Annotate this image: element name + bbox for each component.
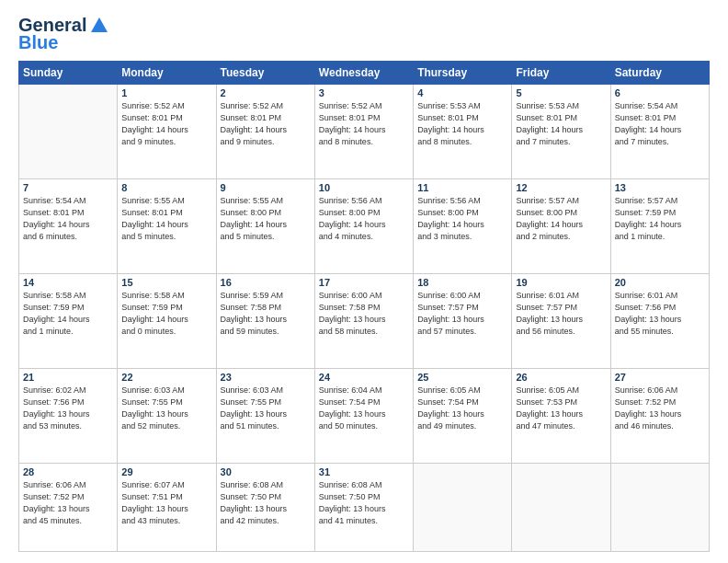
day-number: 5 [516, 87, 606, 98]
calendar-cell: 13Sunrise: 5:57 AM Sunset: 7:59 PM Dayli… [610, 179, 709, 274]
day-info: Sunrise: 5:52 AM Sunset: 8:01 PM Dayligh… [319, 100, 409, 148]
day-info: Sunrise: 6:05 AM Sunset: 7:53 PM Dayligh… [516, 385, 606, 432]
calendar-cell: 19Sunrise: 6:01 AM Sunset: 7:57 PM Dayli… [512, 274, 610, 369]
day-number: 26 [516, 372, 606, 383]
day-number: 24 [319, 372, 409, 383]
day-info: Sunrise: 5:55 AM Sunset: 8:00 PM Dayligh… [221, 195, 311, 243]
day-number: 1 [121, 87, 211, 98]
day-number: 4 [417, 87, 507, 98]
day-number: 31 [319, 466, 409, 477]
day-info: Sunrise: 6:00 AM Sunset: 7:58 PM Dayligh… [319, 290, 409, 338]
calendar-cell: 23Sunrise: 6:03 AM Sunset: 7:55 PM Dayli… [216, 369, 314, 464]
col-header-wednesday: Wednesday [314, 62, 413, 85]
page: General Blue SundayMondayTuesdayWednesda… [0, 0, 728, 563]
day-info: Sunrise: 6:02 AM Sunset: 7:56 PM Dayligh… [23, 385, 113, 432]
calendar-cell: 4Sunrise: 5:53 AM Sunset: 8:01 PM Daylig… [414, 85, 512, 179]
calendar-cell: 2Sunrise: 5:52 AM Sunset: 8:01 PM Daylig… [216, 85, 314, 179]
week-row-4: 21Sunrise: 6:02 AM Sunset: 7:56 PM Dayli… [19, 369, 710, 464]
day-number: 30 [221, 466, 311, 477]
calendar-cell: 31Sunrise: 6:08 AM Sunset: 7:50 PM Dayli… [314, 464, 413, 552]
day-number: 2 [221, 87, 311, 98]
day-info: Sunrise: 6:04 AM Sunset: 7:54 PM Dayligh… [319, 385, 409, 432]
day-number: 21 [23, 372, 113, 383]
calendar-cell: 27Sunrise: 6:06 AM Sunset: 7:52 PM Dayli… [610, 369, 709, 464]
day-number: 16 [221, 277, 311, 288]
day-info: Sunrise: 5:59 AM Sunset: 7:58 PM Dayligh… [221, 290, 311, 338]
day-info: Sunrise: 6:08 AM Sunset: 7:50 PM Dayligh… [221, 479, 311, 527]
calendar-cell: 17Sunrise: 6:00 AM Sunset: 7:58 PM Dayli… [314, 274, 413, 369]
day-info: Sunrise: 5:58 AM Sunset: 7:59 PM Dayligh… [23, 290, 113, 338]
calendar-cell [19, 85, 118, 179]
day-info: Sunrise: 5:54 AM Sunset: 8:01 PM Dayligh… [615, 100, 705, 148]
calendar-cell: 24Sunrise: 6:04 AM Sunset: 7:54 PM Dayli… [314, 369, 413, 464]
calendar-cell: 30Sunrise: 6:08 AM Sunset: 7:50 PM Dayli… [216, 464, 314, 552]
day-number: 8 [121, 182, 211, 193]
calendar-cell: 8Sunrise: 5:55 AM Sunset: 8:01 PM Daylig… [118, 179, 216, 274]
calendar-cell: 11Sunrise: 5:56 AM Sunset: 8:00 PM Dayli… [414, 179, 512, 274]
day-info: Sunrise: 5:52 AM Sunset: 8:01 PM Dayligh… [221, 100, 311, 148]
logo-blue: Blue [18, 32, 58, 53]
day-info: Sunrise: 6:03 AM Sunset: 7:55 PM Dayligh… [221, 385, 311, 432]
calendar-cell: 9Sunrise: 5:55 AM Sunset: 8:00 PM Daylig… [216, 179, 314, 274]
day-info: Sunrise: 5:58 AM Sunset: 7:59 PM Dayligh… [121, 290, 211, 338]
day-info: Sunrise: 6:05 AM Sunset: 7:54 PM Dayligh… [417, 385, 507, 432]
day-info: Sunrise: 5:54 AM Sunset: 8:01 PM Dayligh… [23, 195, 113, 243]
day-number: 11 [417, 182, 507, 193]
day-info: Sunrise: 5:55 AM Sunset: 8:01 PM Dayligh… [121, 195, 211, 243]
day-number: 12 [516, 182, 606, 193]
day-info: Sunrise: 6:00 AM Sunset: 7:57 PM Dayligh… [417, 290, 507, 338]
calendar-cell: 10Sunrise: 5:56 AM Sunset: 8:00 PM Dayli… [314, 179, 413, 274]
day-number: 3 [319, 87, 409, 98]
calendar-cell: 14Sunrise: 5:58 AM Sunset: 7:59 PM Dayli… [19, 274, 118, 369]
calendar-cell: 3Sunrise: 5:52 AM Sunset: 8:01 PM Daylig… [314, 85, 413, 179]
day-info: Sunrise: 6:06 AM Sunset: 7:52 PM Dayligh… [23, 479, 113, 527]
day-number: 18 [417, 277, 507, 288]
day-number: 14 [23, 277, 113, 288]
calendar-cell: 21Sunrise: 6:02 AM Sunset: 7:56 PM Dayli… [19, 369, 118, 464]
svg-marker-0 [91, 17, 108, 32]
calendar-cell: 18Sunrise: 6:00 AM Sunset: 7:57 PM Dayli… [414, 274, 512, 369]
calendar-cell: 6Sunrise: 5:54 AM Sunset: 8:01 PM Daylig… [610, 85, 709, 179]
header: General Blue [18, 15, 710, 53]
calendar-header-row: SundayMondayTuesdayWednesdayThursdayFrid… [19, 62, 710, 85]
day-info: Sunrise: 5:56 AM Sunset: 8:00 PM Dayligh… [319, 195, 409, 243]
calendar-cell: 20Sunrise: 6:01 AM Sunset: 7:56 PM Dayli… [610, 274, 709, 369]
week-row-1: 1Sunrise: 5:52 AM Sunset: 8:01 PM Daylig… [19, 85, 710, 179]
col-header-tuesday: Tuesday [216, 62, 314, 85]
week-row-5: 28Sunrise: 6:06 AM Sunset: 7:52 PM Dayli… [19, 464, 710, 552]
calendar-cell: 22Sunrise: 6:03 AM Sunset: 7:55 PM Dayli… [118, 369, 216, 464]
day-info: Sunrise: 6:03 AM Sunset: 7:55 PM Dayligh… [121, 385, 211, 432]
day-number: 19 [516, 277, 606, 288]
day-number: 29 [121, 466, 211, 477]
calendar-cell: 1Sunrise: 5:52 AM Sunset: 8:01 PM Daylig… [118, 85, 216, 179]
day-number: 17 [319, 277, 409, 288]
day-number: 13 [615, 182, 705, 193]
day-info: Sunrise: 5:57 AM Sunset: 8:00 PM Dayligh… [516, 195, 606, 243]
day-info: Sunrise: 6:07 AM Sunset: 7:51 PM Dayligh… [121, 479, 211, 527]
day-number: 20 [615, 277, 705, 288]
calendar-cell: 28Sunrise: 6:06 AM Sunset: 7:52 PM Dayli… [19, 464, 118, 552]
day-number: 22 [121, 372, 211, 383]
col-header-monday: Monday [118, 62, 216, 85]
day-number: 7 [23, 182, 113, 193]
day-number: 9 [221, 182, 311, 193]
day-number: 23 [221, 372, 311, 383]
week-row-2: 7Sunrise: 5:54 AM Sunset: 8:01 PM Daylig… [19, 179, 710, 274]
calendar-cell [610, 464, 709, 552]
day-info: Sunrise: 5:53 AM Sunset: 8:01 PM Dayligh… [417, 100, 507, 148]
day-number: 27 [615, 372, 705, 383]
day-info: Sunrise: 6:08 AM Sunset: 7:50 PM Dayligh… [319, 479, 409, 527]
day-info: Sunrise: 6:06 AM Sunset: 7:52 PM Dayligh… [615, 385, 705, 432]
day-info: Sunrise: 6:01 AM Sunset: 7:57 PM Dayligh… [516, 290, 606, 338]
calendar-cell: 15Sunrise: 5:58 AM Sunset: 7:59 PM Dayli… [118, 274, 216, 369]
logo-icon [89, 16, 109, 36]
logo: General Blue [18, 15, 109, 53]
day-number: 28 [23, 466, 113, 477]
day-info: Sunrise: 5:52 AM Sunset: 8:01 PM Dayligh… [121, 100, 211, 148]
col-header-thursday: Thursday [414, 62, 512, 85]
col-header-friday: Friday [512, 62, 610, 85]
calendar-cell: 26Sunrise: 6:05 AM Sunset: 7:53 PM Dayli… [512, 369, 610, 464]
day-info: Sunrise: 6:01 AM Sunset: 7:56 PM Dayligh… [615, 290, 705, 338]
calendar-cell: 25Sunrise: 6:05 AM Sunset: 7:54 PM Dayli… [414, 369, 512, 464]
col-header-sunday: Sunday [19, 62, 118, 85]
